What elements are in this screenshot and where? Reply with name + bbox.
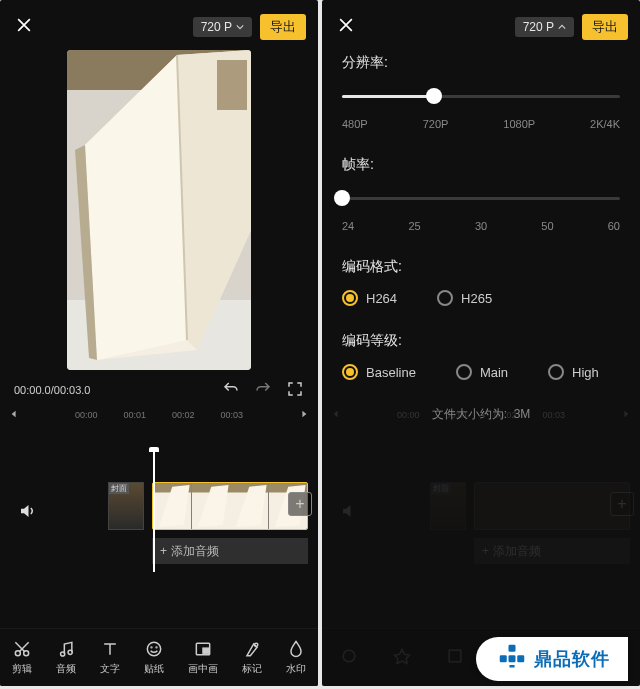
logo-icon <box>498 643 526 675</box>
tab-marker[interactable]: 标记 <box>242 639 262 676</box>
time-ruler: 00:00 00:01 00:02 00:03 <box>0 408 318 422</box>
svg-rect-27 <box>509 665 514 668</box>
svg-point-17 <box>255 643 258 646</box>
add-audio-button[interactable]: + 添加音频 <box>152 538 308 564</box>
timeline[interactable]: 封面 + + 添加音频 <box>0 422 318 572</box>
resolution-options: 480P 720P 1080P 2K/4K <box>342 118 620 130</box>
resolution-badge-label: 720 P <box>201 20 232 34</box>
editor-screen: 720 P 导出 00:00.0/00:03.0 <box>0 0 318 686</box>
svg-rect-23 <box>509 645 516 652</box>
time-ruler-dim: 00:0000:0100:0200:03 <box>322 408 640 422</box>
cover-thumb[interactable]: 封面 <box>108 482 144 530</box>
watermark-text: 鼎品软件 <box>534 647 610 671</box>
tab-text[interactable]: 文字 <box>100 639 120 676</box>
playhead[interactable] <box>153 452 155 572</box>
tab-watermark[interactable]: 水印 <box>286 639 306 676</box>
timeline-dim: 封面 + + 添加音频 <box>322 422 640 572</box>
svg-point-14 <box>156 647 157 648</box>
tab-cut[interactable]: 剪辑 <box>12 639 32 676</box>
svg-rect-19 <box>449 650 461 662</box>
fps-slider[interactable] <box>342 188 620 216</box>
tab-sticker[interactable]: 贴纸 <box>144 639 164 676</box>
page-watermark: 鼎品软件 <box>476 637 628 681</box>
fps-label: 帧率: <box>342 156 620 174</box>
svg-point-12 <box>147 642 160 655</box>
radio-high[interactable]: High <box>548 364 599 380</box>
svg-point-11 <box>68 650 72 654</box>
tab-pip[interactable]: 画中画 <box>188 639 218 676</box>
chevron-down-icon <box>236 23 244 31</box>
resolution-label: 分辨率: <box>342 54 620 72</box>
add-clip-button[interactable]: + <box>288 492 312 516</box>
radio-main[interactable]: Main <box>456 364 508 380</box>
fullscreen-button[interactable] <box>286 380 304 400</box>
export-button[interactable]: 导出 <box>582 14 628 40</box>
svg-rect-24 <box>500 655 507 662</box>
ruler-next-icon[interactable] <box>300 410 308 420</box>
redo-button[interactable] <box>254 380 272 400</box>
svg-rect-16 <box>203 648 209 653</box>
resolution-badge[interactable]: 720 P <box>193 17 252 37</box>
level-label: 编码等级: <box>342 332 620 350</box>
export-settings-screen: 720 P 导出 分辨率: 480P 720P 1080P 2K/4K <box>322 0 640 686</box>
tab-audio[interactable]: 音频 <box>56 639 76 676</box>
fps-options: 24 25 30 50 60 <box>342 220 620 232</box>
speaker-icon[interactable] <box>18 502 36 524</box>
svg-rect-26 <box>517 655 524 662</box>
resolution-slider[interactable] <box>342 86 620 114</box>
ruler-prev-icon[interactable] <box>10 410 18 420</box>
bottom-tabs: 剪辑 音频 文字 贴纸 画中画 标记 水印 <box>0 628 318 686</box>
svg-point-10 <box>61 652 65 656</box>
svg-rect-25 <box>509 655 516 662</box>
export-button[interactable]: 导出 <box>260 14 306 40</box>
resolution-badge[interactable]: 720 P <box>515 17 574 37</box>
close-icon[interactable] <box>336 15 356 39</box>
close-icon[interactable] <box>14 15 34 39</box>
resolution-badge-label: 720 P <box>523 20 554 34</box>
chevron-up-icon <box>558 23 566 31</box>
clip-strip[interactable] <box>152 482 308 530</box>
encoding-label: 编码格式: <box>342 258 620 276</box>
cover-label: 封面 <box>109 483 129 494</box>
svg-rect-3 <box>217 60 247 110</box>
svg-point-13 <box>151 647 152 648</box>
undo-button[interactable] <box>222 380 240 400</box>
radio-h264[interactable]: H264 <box>342 290 397 306</box>
radio-baseline[interactable]: Baseline <box>342 364 416 380</box>
radio-h265[interactable]: H265 <box>437 290 492 306</box>
video-preview[interactable] <box>67 50 251 370</box>
svg-point-18 <box>343 650 355 662</box>
time-display: 00:00.0/00:03.0 <box>14 384 90 396</box>
